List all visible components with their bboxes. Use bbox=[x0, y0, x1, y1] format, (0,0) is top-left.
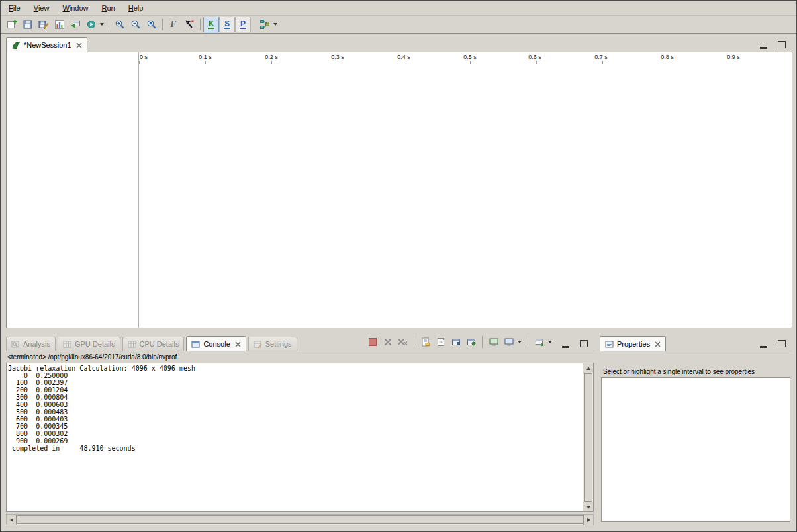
maximize-icon[interactable] bbox=[778, 340, 786, 347]
console-text: Jacobi relaxation Calculation: 4096 x 40… bbox=[8, 365, 582, 510]
ruler-tick: 0.6 s bbox=[518, 54, 551, 60]
zoom-out-button[interactable] bbox=[128, 17, 144, 32]
tab-console[interactable]: Console bbox=[186, 336, 246, 351]
process-toggle-button[interactable]: P bbox=[235, 17, 251, 32]
save-as-button[interactable] bbox=[36, 17, 52, 32]
new-session-icon bbox=[7, 19, 17, 30]
save-as-icon bbox=[38, 19, 49, 30]
open-console-dropdown-caret[interactable] bbox=[518, 341, 522, 343]
main-toolbar: F K S P bbox=[1, 15, 796, 34]
close-properties-icon[interactable] bbox=[655, 341, 661, 347]
console-line: completed in 48.910 seconds bbox=[8, 445, 582, 452]
timeline-ruler[interactable]: 0 s 0.1 s 0.2 s 0.3 s 0.4 s 0.5 s 0.6 s … bbox=[139, 52, 792, 64]
tab-session[interactable]: *NewSession1 bbox=[6, 37, 87, 52]
kernel-toggle-button[interactable]: K bbox=[203, 17, 219, 32]
ruler-tick: 0 s bbox=[140, 54, 160, 60]
console-line: 400 0.000603 bbox=[8, 401, 582, 408]
save-icon bbox=[23, 19, 33, 30]
pin-console-button[interactable] bbox=[464, 335, 478, 349]
zoom-fit-button[interactable] bbox=[144, 17, 160, 32]
close-console-icon[interactable] bbox=[235, 341, 241, 347]
zoom-fit-icon bbox=[146, 19, 157, 30]
run-profile-icon bbox=[86, 19, 97, 30]
save-session-button[interactable] bbox=[20, 17, 36, 32]
fit-timeline-button[interactable]: F bbox=[165, 17, 181, 32]
close-session-icon[interactable] bbox=[76, 42, 82, 48]
bar-chart-icon bbox=[54, 19, 65, 30]
minimize-icon[interactable] bbox=[760, 339, 767, 348]
menu-run[interactable]: Run bbox=[102, 4, 115, 12]
console-tab-row: Analysis GPU Details CPU Details Console… bbox=[6, 333, 594, 351]
console-line: 0 0.250000 bbox=[8, 372, 582, 379]
properties-message: Select or highlight a single interval to… bbox=[603, 368, 790, 375]
reset-view-button[interactable] bbox=[181, 17, 197, 32]
menu-window[interactable]: Window bbox=[62, 4, 88, 12]
stream-toggle-button[interactable]: S bbox=[219, 17, 235, 32]
console-horizontal-scrollbar[interactable] bbox=[6, 514, 594, 525]
tab-gpu-details[interactable]: GPU Details bbox=[58, 337, 120, 351]
toolbar-separator bbox=[109, 19, 109, 30]
scroll-left-icon[interactable] bbox=[7, 515, 17, 525]
remove-all-terminated-button[interactable] bbox=[396, 335, 410, 349]
vertical-sash[interactable] bbox=[594, 333, 600, 527]
scrollbar-thumb[interactable] bbox=[584, 373, 592, 502]
maximize-icon[interactable] bbox=[580, 340, 588, 347]
minimize-icon[interactable] bbox=[760, 40, 767, 49]
new-console-view-button[interactable] bbox=[532, 335, 546, 349]
tab-cpu-details[interactable]: CPU Details bbox=[122, 337, 185, 351]
settings-tab-icon bbox=[254, 340, 262, 349]
chart-button[interactable] bbox=[52, 17, 68, 32]
analysis-tab-icon bbox=[11, 340, 20, 349]
properties-tab-row: Properties bbox=[600, 333, 792, 351]
clear-console-button[interactable] bbox=[418, 335, 432, 349]
pin-console-icon bbox=[467, 337, 476, 347]
display-selected-console-button[interactable] bbox=[487, 335, 500, 349]
tab-settings[interactable]: Settings bbox=[248, 337, 297, 351]
remove-launch-button[interactable] bbox=[381, 335, 395, 349]
menu-help[interactable]: Help bbox=[128, 4, 144, 12]
maximize-icon[interactable] bbox=[778, 41, 786, 48]
tab-properties[interactable]: Properties bbox=[600, 336, 666, 351]
open-console-button[interactable] bbox=[502, 335, 516, 349]
run-profile-button[interactable] bbox=[83, 17, 99, 32]
open-console-icon bbox=[504, 337, 514, 347]
timeline-rows-pane bbox=[7, 52, 139, 328]
horizontal-sash[interactable] bbox=[6, 328, 792, 333]
menu-view[interactable]: View bbox=[34, 4, 50, 12]
toolbar-separator bbox=[482, 336, 483, 348]
ruler-tick: 0.3 s bbox=[321, 54, 354, 60]
console-line: 700 0.000345 bbox=[8, 423, 582, 430]
new-session-button[interactable] bbox=[4, 17, 20, 32]
console-output[interactable]: Jacobi relaxation Calculation: 4096 x 40… bbox=[6, 363, 594, 512]
load-data-button[interactable] bbox=[68, 17, 83, 32]
scrollbar-thumb[interactable] bbox=[17, 515, 583, 524]
menu-file[interactable]: File bbox=[9, 4, 21, 12]
terminate-button[interactable] bbox=[365, 335, 379, 349]
zoom-in-icon bbox=[115, 19, 125, 30]
timeline-content: 0 s 0.1 s 0.2 s 0.3 s 0.4 s 0.5 s 0.6 s … bbox=[6, 52, 792, 328]
ruler-tick: 0.1 s bbox=[189, 54, 222, 60]
scroll-down-icon[interactable] bbox=[583, 502, 593, 511]
new-console-view-dropdown-caret[interactable] bbox=[548, 341, 552, 343]
toolbar-separator bbox=[162, 19, 163, 30]
tab-label: Properties bbox=[617, 340, 650, 348]
scroll-up-icon[interactable] bbox=[583, 363, 593, 373]
console-status-line: <terminated> /opt/pgi/linux86-64/2017/cu… bbox=[7, 353, 593, 362]
minimize-icon[interactable] bbox=[562, 339, 569, 348]
toolbar-separator bbox=[528, 336, 528, 348]
tab-analysis[interactable]: Analysis bbox=[6, 337, 56, 351]
analysis-dropdown-caret[interactable] bbox=[273, 23, 277, 26]
console-line: 800 0.000302 bbox=[8, 430, 582, 437]
analysis-button[interactable] bbox=[257, 17, 273, 32]
open-log-button[interactable] bbox=[434, 335, 447, 349]
console-vertical-scrollbar[interactable] bbox=[583, 363, 593, 511]
toolbar-separator bbox=[200, 19, 201, 30]
scroll-lock-button[interactable] bbox=[449, 335, 463, 349]
ruler-tick: 0.4 s bbox=[387, 54, 420, 60]
zoom-out-icon bbox=[130, 19, 141, 30]
run-profile-dropdown-caret[interactable] bbox=[100, 23, 104, 26]
letter-f-icon: F bbox=[170, 21, 176, 28]
scroll-right-icon[interactable] bbox=[583, 515, 593, 525]
zoom-in-button[interactable] bbox=[112, 17, 128, 32]
remove-all-terminated-icon bbox=[398, 338, 408, 346]
